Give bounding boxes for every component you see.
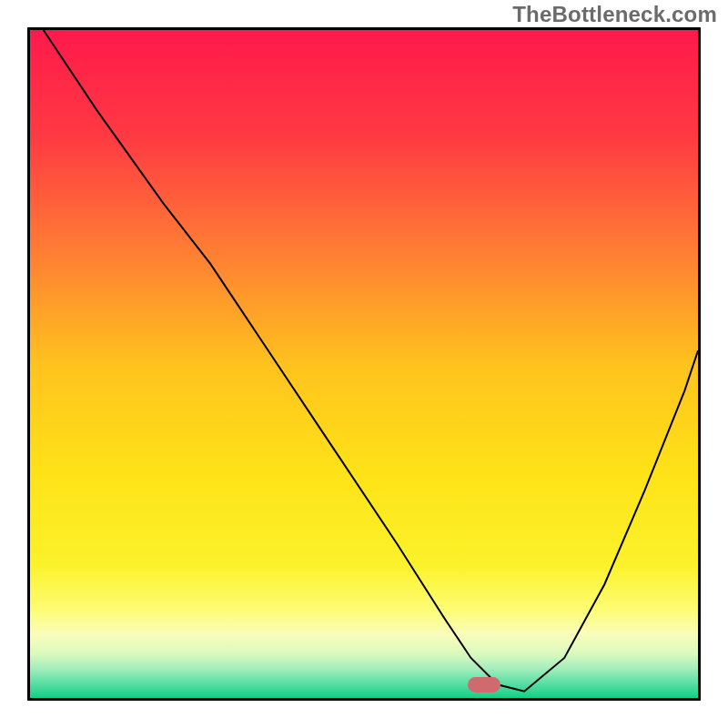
bottleneck-curve	[30, 30, 698, 698]
selected-point-marker	[468, 677, 501, 693]
chart-container: TheBottleneck.com	[0, 0, 728, 728]
plot-area	[27, 27, 701, 701]
watermark-text: TheBottleneck.com	[512, 2, 717, 27]
